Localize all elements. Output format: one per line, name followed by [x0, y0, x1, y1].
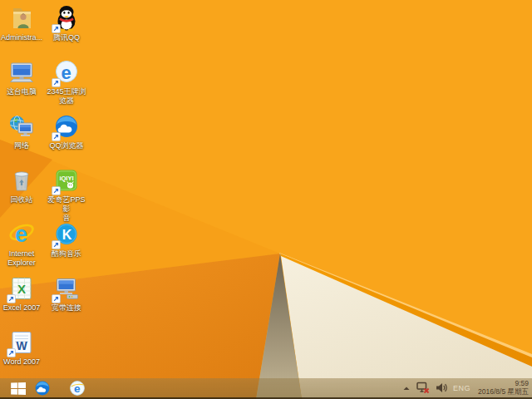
network-globe-icon: [7, 112, 36, 140]
desktop-icon-label: 这台电脑: [0, 87, 43, 96]
windows-logo-icon: [11, 382, 26, 395]
desktop: Administra... 这台电脑: [0, 0, 532, 399]
desktop-icon-recycle-bin[interactable]: 回收站: [0, 166, 43, 204]
ie-icon: e: [68, 379, 86, 397]
svg-text:W: W: [16, 339, 27, 352]
taskbar: e ENG 9:59 2016/8/5 星期五: [0, 378, 532, 399]
svg-text:iQIYI: iQIYI: [59, 175, 73, 182]
desktop-icon-internet-explorer[interactable]: e Internet Explorer: [0, 220, 43, 268]
system-tray: ENG 9:59 2016/8/5 星期五: [402, 378, 529, 397]
volume-icon[interactable]: [436, 382, 447, 393]
ie-icon: e: [7, 220, 36, 249]
desktop-icon-label: 回收站: [0, 195, 43, 204]
network-disconnected-icon[interactable]: [416, 382, 430, 394]
desktop-icon-word-2007[interactable]: W Word 2007: [0, 328, 43, 367]
desktop-icon-label: 宽带连接: [45, 303, 88, 313]
taskbar-qq-browser-button[interactable]: [33, 379, 52, 397]
desktop-icon-label: Word 2007: [0, 357, 43, 367]
language-indicator[interactable]: ENG: [453, 384, 470, 392]
recycle-bin-icon: [7, 166, 36, 195]
start-button[interactable]: [7, 382, 27, 396]
computer-icon: [7, 58, 36, 86]
broadband-icon: [52, 274, 81, 303]
desktop-icon-label: 酷狗音乐: [45, 249, 88, 259]
desktop-icon-broadband[interactable]: 宽带连接: [45, 274, 88, 313]
qq-penguin-icon: [52, 4, 81, 32]
shortcut-arrow-icon: [52, 240, 61, 249]
desktop-icon-label: 2345王牌浏 览器: [45, 87, 88, 106]
kugou-icon: K: [52, 220, 81, 249]
desktop-icon-iqiyi-pps[interactable]: iQIYI 爱奇艺PPS 影 音: [45, 166, 88, 223]
desktop-icon-label: 爱奇艺PPS 影 音: [45, 195, 88, 223]
desktop-icon-qq-browser[interactable]: QQ浏览器: [45, 112, 88, 150]
desktop-icon-label: 腾讯QQ: [45, 33, 88, 42]
svg-text:e: e: [15, 222, 27, 247]
desktop-icon-label: Internet Explorer: [0, 249, 43, 268]
desktop-icon-label: 网络: [0, 141, 43, 150]
desktop-icon-2345-browser[interactable]: e 2345王牌浏 览器: [45, 58, 88, 106]
word-icon: W: [7, 328, 36, 357]
desktop-icon-administrator-folder[interactable]: Administra...: [0, 4, 43, 42]
desktop-icon-label: Excel 2007: [0, 303, 43, 313]
clock-date: 2016/8/5 星期五: [478, 388, 529, 397]
desktop-icon-kugou-music[interactable]: K 酷狗音乐: [45, 220, 88, 259]
svg-text:K: K: [62, 228, 72, 242]
show-hidden-icons-button[interactable]: [402, 385, 411, 392]
taskbar-internet-explorer-button[interactable]: e: [68, 379, 86, 397]
shortcut-arrow-icon: [7, 348, 16, 357]
desktop-icon-label: Administra...: [0, 33, 43, 42]
excel-icon: X: [7, 274, 36, 303]
shortcut-arrow-icon: [52, 132, 61, 141]
browser-e-icon: e: [52, 58, 81, 86]
desktop-icon-tencent-qq[interactable]: 腾讯QQ: [45, 4, 88, 42]
iqiyi-icon: iQIYI: [52, 166, 81, 195]
desktop-icon-excel-2007[interactable]: X Excel 2007: [0, 274, 43, 313]
shortcut-arrow-icon: [52, 78, 61, 87]
shortcut-arrow-icon: [7, 294, 16, 303]
desktop-icon-this-pc[interactable]: 这台电脑: [0, 58, 43, 96]
user-folder-icon: [7, 4, 36, 32]
qq-browser-icon: [52, 112, 81, 140]
qq-browser-icon: [33, 379, 52, 397]
desktop-icon-network[interactable]: 网络: [0, 112, 43, 150]
taskbar-clock[interactable]: 9:59 2016/8/5 星期五: [476, 380, 529, 396]
svg-text:e: e: [61, 62, 71, 83]
shortcut-arrow-icon: [52, 24, 61, 33]
shortcut-arrow-icon: [52, 186, 61, 195]
shortcut-arrow-icon: [52, 294, 61, 303]
desktop-icon-label: QQ浏览器: [45, 141, 88, 150]
svg-text:X: X: [17, 282, 26, 296]
